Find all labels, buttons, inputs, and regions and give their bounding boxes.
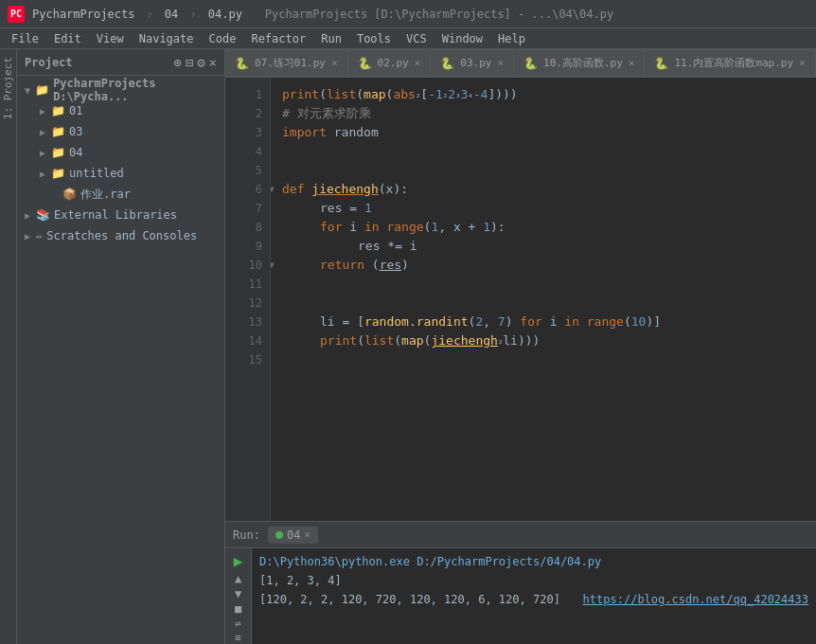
tab-07-close[interactable]: × <box>331 57 338 69</box>
run-panel: Run: 04 × ▶ ▲ ▼ ■ ⇌ ≡ D:\Py <box>225 521 816 644</box>
breadcrumb-file[interactable]: 04.py <box>208 8 242 21</box>
menu-vcs[interactable]: VCS <box>399 28 435 49</box>
tree-root-label: PycharmProjects D:\Pycha... <box>53 77 224 103</box>
close-panel-icon[interactable]: × <box>209 55 217 70</box>
tree-folder-untitled[interactable]: ▶ 📁 untitled <box>17 163 224 184</box>
code-line-5 <box>282 161 805 180</box>
tab-10[interactable]: 🐍 10.高阶函数.py × <box>514 49 645 76</box>
tree-scratches-label: Scratches and Consoles <box>46 229 197 242</box>
tab-07[interactable]: 🐍 07.练习01.py × <box>225 49 348 76</box>
code-editor[interactable]: 1 2 3 4 5 6 7 8 9 10 11 12 13 14 15 prin… <box>225 78 816 521</box>
code-line-14: print(list(map(jiechengh₂li))) <box>282 331 805 350</box>
run-stop-button[interactable]: ■ <box>228 602 249 616</box>
menubar: File Edit View Navigate Code Refactor Ru… <box>0 28 816 49</box>
tab-02[interactable]: 🐍 02.py × <box>348 49 432 76</box>
python-file-icon-4: 🐍 <box>523 57 538 70</box>
project-panel: Project ⊕ ⊟ ⚙ × ▼ 📁 PycharmProjects D:\P… <box>17 49 225 644</box>
run-down-button[interactable]: ▼ <box>228 587 249 600</box>
run-body: ▶ ▲ ▼ ■ ⇌ ≡ D:\Python36\python.exe D:/Py… <box>225 548 816 644</box>
run-status-dot <box>275 531 283 539</box>
tree-folder-untitled-label: untitled <box>69 167 124 180</box>
breadcrumb-04[interactable]: 04 <box>165 8 178 21</box>
run-play-button[interactable]: ▶ <box>228 552 249 570</box>
project-breadcrumb-title: PycharmProjects › 04 › 04.py PycharmProj… <box>32 7 613 21</box>
python-file-icon-5: 🐍 <box>654 57 668 70</box>
collapse-icon[interactable]: ⊟ <box>186 55 193 70</box>
tree-file-rar[interactable]: 📦 作业.rar <box>17 184 224 205</box>
code-line-4 <box>282 142 805 161</box>
code-line-10: ▼ return (res) <box>282 256 805 275</box>
run-header: Run: 04 × <box>225 522 816 548</box>
menu-file[interactable]: File <box>4 28 46 49</box>
tab-11[interactable]: 🐍 11.内置高阶函数map.py × <box>645 49 815 76</box>
output-result-1: [1, 2, 3, 4] <box>259 571 342 590</box>
editor-tabs: 🐍 07.练习01.py × 🐍 02.py × 🐍 03.py × 🐍 10.… <box>225 49 816 78</box>
run-tab-label: 04 <box>287 528 300 542</box>
editor-area: 🐍 07.练习01.py × 🐍 02.py × 🐍 03.py × 🐍 10.… <box>225 49 816 644</box>
breadcrumb-pyc[interactable]: PycharmProjects <box>32 8 134 21</box>
menu-navigate[interactable]: Navigate <box>132 28 202 49</box>
app-logo: PC <box>8 6 25 23</box>
tree-folder-01-label: 01 <box>69 104 82 117</box>
run-toolbar: ▶ ▲ ▼ ■ ⇌ ≡ <box>225 548 252 644</box>
tree-folder-01[interactable]: ▶ 📁 01 <box>17 100 224 121</box>
code-line-3: import random <box>282 123 805 142</box>
project-panel-header: Project ⊕ ⊟ ⚙ × <box>17 49 224 76</box>
file-tree: ▼ 📁 PycharmProjects D:\Pycha... ▶ 📁 01 ▶… <box>17 76 224 644</box>
run-output: D:\Python36\python.exe D:/PycharmProject… <box>252 548 816 644</box>
settings-icon[interactable]: ⚙ <box>197 55 204 70</box>
tree-folder-04[interactable]: ▶ 📁 04 <box>17 142 224 163</box>
tree-file-rar-label: 作业.rar <box>80 187 131 203</box>
menu-edit[interactable]: Edit <box>46 28 89 49</box>
code-line-13: li = [random.randint(2, 7) for i in rang… <box>282 313 805 331</box>
run-up-button[interactable]: ▲ <box>228 572 249 585</box>
tab-11-close[interactable]: × <box>799 57 806 69</box>
expand-all-icon[interactable]: ⊕ <box>173 55 181 70</box>
tab-03-close[interactable]: × <box>497 57 504 69</box>
menu-refactor[interactable]: Refactor <box>243 28 313 49</box>
code-line-8: for i in range(1, x + 1): <box>282 218 805 237</box>
tab-02-close[interactable]: × <box>415 57 421 69</box>
python-file-icon: 🐍 <box>235 57 249 70</box>
code-line-15 <box>282 350 805 369</box>
tree-root[interactable]: ▼ 📁 PycharmProjects D:\Pycha... <box>17 80 224 100</box>
menu-run[interactable]: Run <box>313 28 349 49</box>
menu-code[interactable]: Code <box>202 28 244 49</box>
menu-window[interactable]: Window <box>435 28 490 49</box>
tab-11-label: 11.内置高阶函数map.py <box>674 56 793 70</box>
code-line-7: res = 1 <box>282 199 805 218</box>
tree-scratches[interactable]: ▶ ✏️ Scratches and Consoles <box>17 225 224 246</box>
python-file-icon-3: 🐍 <box>440 57 454 70</box>
code-line-12 <box>282 294 805 313</box>
tree-folder-04-label: 04 <box>69 146 82 159</box>
run-tab-close[interactable]: × <box>304 528 310 541</box>
tree-external-libraries[interactable]: ▶ 📚 External Libraries <box>17 205 224 225</box>
menu-help[interactable]: Help <box>490 28 533 49</box>
project-tab-label[interactable]: 1: Project <box>0 53 16 123</box>
python-file-icon-2: 🐍 <box>358 57 372 70</box>
tree-folder-03[interactable]: ▶ 📁 03 <box>17 121 224 142</box>
tree-folder-03-label: 03 <box>69 125 82 138</box>
tab-07-label: 07.练习01.py <box>255 56 326 70</box>
menu-tools[interactable]: Tools <box>349 28 399 49</box>
output-url[interactable]: https://blog.csdn.net/qq_42024433 <box>583 590 808 609</box>
tab-02-label: 02.py <box>378 57 409 69</box>
output-cmd: D:\Python36\python.exe D:/PycharmProject… <box>259 552 601 571</box>
code-line-1: print(list(map(abs₂[-1₂2₃3₄-4]))) <box>282 85 805 104</box>
run-wrap-button[interactable]: ⇌ <box>228 617 249 630</box>
menu-view[interactable]: View <box>89 28 132 49</box>
titlebar: PC PycharmProjects › 04 › 04.py PycharmP… <box>0 0 816 28</box>
code-content[interactable]: print(list(map(abs₂[-1₂2₃3₄-4]))) # 对元素求… <box>271 78 816 521</box>
run-scroll-button[interactable]: ≡ <box>228 632 249 644</box>
tab-03[interactable]: 🐍 03.py × <box>431 49 514 76</box>
tab-03-label: 03.py <box>460 57 491 69</box>
code-line-2: # 对元素求阶乘 <box>282 104 805 123</box>
project-panel-icons: ⊕ ⊟ ⚙ × <box>173 55 217 70</box>
run-label: Run: <box>233 528 260 542</box>
run-tab-04[interactable]: 04 × <box>268 527 318 544</box>
tree-external-libraries-label: External Libraries <box>54 208 177 222</box>
output-result-2: [120, 2, 2, 120, 720, 120, 120, 6, 120, … <box>259 590 560 609</box>
sidebar-tab-strip: 1: Project <box>0 49 17 644</box>
main-area: 1: Project Project ⊕ ⊟ ⚙ × ▼ 📁 PycharmPr… <box>0 49 816 644</box>
tab-10-close[interactable]: × <box>629 57 635 69</box>
